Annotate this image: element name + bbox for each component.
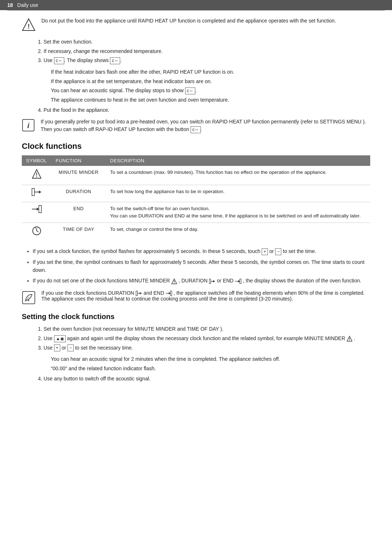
plus-icon: + (262, 248, 268, 255)
info-block: i If you generally prefer to put food in… (22, 118, 370, 134)
setting-steps-list: Set the oven function (not necessary for… (44, 325, 370, 352)
svg-marker-29 (140, 292, 142, 294)
svg-marker-9 (39, 191, 41, 193)
table-row: DURATION To set how long the appliance h… (22, 185, 370, 202)
eco-block: If you use the clock functions DURATION … (22, 290, 370, 305)
step-2: If necessary, change the recommended tem… (44, 48, 370, 56)
setting-step-1: Set the oven function (not necessary for… (44, 325, 370, 333)
setting-step4-list: Use any button to switch off the acousti… (44, 375, 370, 383)
svg-text:i: i (27, 122, 29, 130)
svg-rect-27 (136, 291, 137, 296)
page-number: 18 (7, 2, 13, 8)
svg-marker-22 (213, 280, 215, 282)
setting-indent-2: "00.00" and the related function indicat… (51, 365, 370, 373)
function-minute-minder: MINUTE MINDER (51, 166, 106, 185)
minus-icon: − (275, 248, 281, 255)
warning-block: ! Do not put the food into the appliance… (22, 17, 370, 32)
warning-icon: ! (22, 18, 36, 32)
svg-marker-32 (169, 292, 171, 294)
indent-para-4: The appliance continues to heat in the s… (51, 96, 370, 104)
setting-step-2: Use ▲◉ again and again until the display… (44, 335, 370, 343)
bullet-list: If you set a clock function, the symbol … (33, 248, 370, 285)
setting-step-4: Use any button to switch off the acousti… (44, 375, 370, 383)
desc-duration: To set how long the appliance has to be … (106, 185, 370, 202)
step-1: Set the oven function. (44, 38, 370, 46)
desc-minute-minder: To set a countdown (max. 99 minutes). Th… (106, 166, 370, 185)
eco-text: If you use the clock functions DURATION … (41, 290, 370, 302)
header-divider (7, 10, 385, 11)
function-end: END (51, 202, 106, 223)
clock-section-heading: Clock functions (22, 142, 370, 151)
svg-point-18 (174, 283, 175, 283)
page-header: 18 Daily use (0, 0, 392, 10)
plus-icon2: + (54, 344, 60, 351)
symbol-minute-minder (22, 166, 51, 185)
desc-end: To set the switch-off time for an oven f… (106, 202, 370, 223)
table-row: TIME OF DAY To set, change or control th… (22, 223, 370, 242)
rapid-heat-icon2: c↔ (110, 57, 120, 64)
svg-point-34 (349, 340, 350, 341)
svg-rect-7 (32, 188, 34, 196)
symbol-timeofday (22, 223, 51, 242)
svg-line-16 (35, 228, 36, 229)
clock-table-body: MINUTE MINDER To set a countdown (max. 9… (22, 166, 370, 242)
bullet-3: If you do not set one of the clock funct… (33, 277, 370, 285)
symbol-duration (22, 185, 51, 202)
symbol-end (22, 202, 51, 223)
desc-timeofday: To set, change or control the time of da… (106, 223, 370, 242)
function-duration: DURATION (51, 185, 106, 202)
indent-para-3: You can hear an acoustic signal. The dis… (51, 87, 370, 95)
indent-para-1: If the heat indicator bars flash one aft… (51, 68, 370, 76)
minus-icon2: − (68, 344, 74, 351)
clock-table: SYMBOL FUNCTION DESCRIPTION MINUTE MINDE… (22, 155, 370, 242)
svg-line-15 (37, 231, 38, 232)
col-description: DESCRIPTION (106, 155, 370, 166)
setting-indent: You can hear an acoustic signal for 2 mi… (51, 355, 370, 372)
svg-rect-20 (209, 279, 211, 283)
info-text: If you generally prefer to put food into… (41, 118, 370, 134)
rapid-heat-icon4: c↔ (191, 126, 201, 133)
setting-step-3: Use + or − to set the necessary time. (44, 344, 370, 352)
bullet-1: If you set a clock function, the symbol … (33, 248, 370, 256)
setting-clock-heading: Setting the clock functions (22, 313, 370, 321)
rapid-heat-icon3: c↔ (185, 87, 195, 94)
svg-text:!: ! (28, 23, 30, 30)
bullet-2: If you set the time, the symbol continue… (33, 258, 370, 274)
col-symbol: SYMBOL (22, 155, 51, 166)
clock-table-header: SYMBOL FUNCTION DESCRIPTION (22, 155, 370, 166)
cycle-icon: ▲◉ (54, 335, 66, 342)
rapid-heat-icon: c↔ (54, 57, 64, 64)
main-content: ! Do not put the food into the appliance… (0, 17, 392, 383)
setting-indent-1: You can hear an acoustic signal for 2 mi… (51, 355, 370, 363)
table-row: MINUTE MINDER To set a countdown (max. 9… (22, 166, 370, 185)
eco-icon (22, 291, 36, 305)
table-row: END To set the switch-off time for an ov… (22, 202, 370, 223)
indent-para-2: If the appliance is at the set temperatu… (51, 78, 370, 86)
page-title: Daily use (17, 2, 38, 8)
svg-rect-10 (39, 205, 41, 213)
svg-point-5 (36, 176, 37, 177)
indent-paragraphs: If the heat indicator bars flash one aft… (51, 68, 370, 104)
step4-list: Put the food in the appliance. (44, 106, 370, 114)
warning-text: Do not put the food into the appliance u… (41, 17, 336, 25)
info-icon: i (22, 119, 35, 132)
step-3: Use c↔. The display shows c↔. (44, 57, 370, 65)
function-timeofday: TIME OF DAY (51, 223, 106, 242)
col-function: FUNCTION (51, 155, 106, 166)
step-4: Put the food in the appliance. (44, 106, 370, 114)
steps-list: Set the oven function. If necessary, cha… (44, 38, 370, 65)
